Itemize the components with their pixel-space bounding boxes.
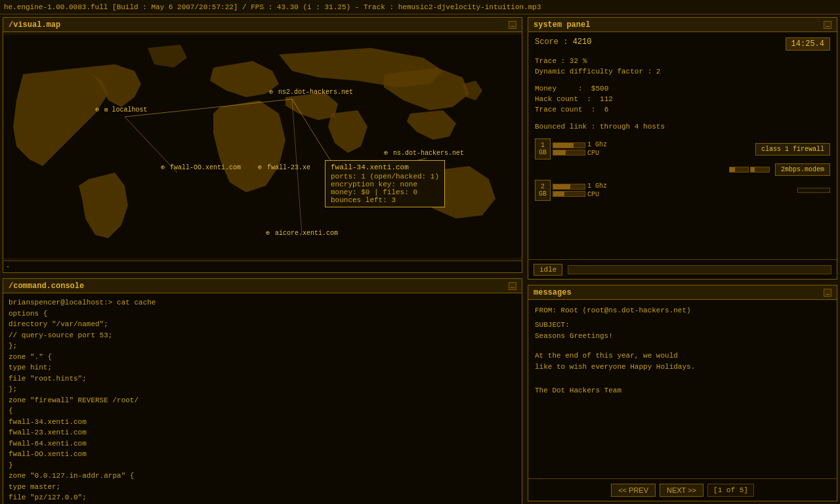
money-label: Money	[535, 85, 556, 93]
console-line-7: zone "." {	[9, 352, 516, 363]
hw-bar-1a	[553, 142, 585, 148]
visual-map-panel: /visual.map _	[3, 17, 522, 273]
trace-row: Trace : 32 %	[535, 57, 830, 65]
msg-body-1: At the end of this year, we would	[535, 350, 830, 362]
bounced-row: Bounced link : through 4 hosts	[535, 123, 830, 131]
trace-count-row: Trace count : 6	[535, 106, 830, 114]
console-line-4: directory "/var/named";	[9, 319, 516, 330]
console-line-14: fwall-23.xenti.com	[9, 427, 516, 438]
tooltip-encryption: encryption key: none	[331, 180, 439, 188]
node-tooltip: fwall-34.xenti.com ports: 1 (open/hacked…	[325, 160, 445, 207]
trace-value: 32 %	[570, 57, 587, 65]
score-label: Score :	[535, 37, 568, 47]
node-ns2[interactable]: ns2.dot-hackers.net	[269, 88, 353, 96]
visual-map-minimize[interactable]: _	[509, 21, 516, 29]
title-text: he.engine-1.00.0083.full [Build : May 6 …	[4, 3, 541, 11]
hw-gb1-box: 1GB	[535, 138, 551, 159]
console-line-20: file "pz/127.0.0";	[9, 492, 516, 503]
difficulty-row: Dynamic difficulty factor : 2	[535, 68, 830, 75]
left-column: /visual.map _	[0, 14, 525, 504]
system-panel-header: system panel _	[528, 18, 837, 32]
msg-body: At the end of this year, we would like t…	[535, 350, 830, 396]
money-value: $500	[591, 85, 608, 93]
hw-cpu2: 1 GhzCPU	[587, 182, 607, 199]
system-panel-minimize[interactable]: _	[824, 21, 831, 29]
status-idle-label: idle	[534, 264, 562, 276]
console-line-12: {	[9, 406, 516, 417]
title-bar: he.engine-1.00.0083.full [Build : May 6 …	[0, 0, 840, 14]
console-line-10: };	[9, 384, 516, 395]
system-panel-title: system panel	[534, 20, 590, 30]
money-row: Money : $500	[535, 85, 830, 93]
trace-count-value: 6	[604, 106, 609, 114]
console-title: /command.console	[9, 282, 84, 291]
hw-bars-3	[553, 184, 585, 197]
console-line-5: // query-source port 53;	[9, 330, 516, 341]
messages-content: FROM: Root (root@ns.dot-hackers.net) SUB…	[528, 300, 837, 478]
hw-label-empty	[797, 188, 830, 193]
time-display: 14:25.4	[786, 37, 830, 51]
hw-row-1: 1GB 1 GhzCPU class 1 firewall	[535, 138, 830, 159]
messages-footer: << PREV NEXT >> [1 of 5]	[528, 478, 837, 501]
node-localhost[interactable]: ⊠ localhost	[95, 106, 148, 114]
console-line-15: fwall-64.xenti.com	[9, 438, 516, 450]
hw-bar-2a	[729, 167, 749, 173]
console-line-18: zone "0.0.127.in-addr.arpa" {	[9, 471, 516, 482]
main-layout: /visual.map _	[0, 14, 840, 504]
node-aicore[interactable]: aicore.xenti.com	[266, 229, 338, 237]
msg-subject: SUBJECT: Seasons Greetings!	[535, 320, 830, 343]
score-display: Score : 4210	[535, 37, 591, 47]
console-line-8: type hint;	[9, 362, 516, 373]
map-bottom-label: -	[6, 263, 10, 270]
tooltip-money: money: $0 | files: 0	[331, 188, 439, 196]
map-bottom-bar: -	[3, 261, 522, 272]
console-line-11: zone "firewall" REVERSE /root/	[9, 395, 516, 406]
console-panel: /command.console _ brianspencer@localhos…	[3, 278, 522, 504]
score-row: Score : 4210 14:25.4	[535, 37, 830, 51]
hw-bar-3b	[553, 191, 585, 197]
trace-label: Trace :	[535, 57, 565, 65]
system-panel: system panel _ Score : 4210 14:25.4 Trac…	[528, 17, 837, 280]
visual-map-header: /visual.map _	[3, 18, 522, 32]
msg-body-3	[535, 373, 830, 385]
tooltip-bounces: bounces left: 3	[331, 196, 439, 204]
node-fwall00[interactable]: fwall-OO.xenti.com	[161, 163, 241, 171]
msg-signature: The Dot Hackers Team	[535, 385, 830, 397]
console-line-16: fwall-OO.xenti.com	[9, 449, 516, 460]
hardware-section: 1GB 1 GhzCPU class 1 firewall	[535, 138, 830, 201]
prev-button[interactable]: << PREV	[611, 484, 656, 497]
hw-label-modem: 2mbps.modem	[775, 163, 830, 176]
bounced-label: Bounced link : through 4 hosts	[535, 123, 665, 131]
hw-row-3: 2GB 1 GhzCPU	[535, 180, 830, 201]
messages-header: messages _	[528, 285, 837, 300]
node-ns-dh[interactable]: ns.dot-hackers.net	[384, 149, 464, 157]
console-line-1: brianspencer@localhost:> cat cache	[9, 297, 516, 308]
console-line-9: file "root.hints";	[9, 373, 516, 385]
node-fwall23[interactable]: fwall-23.xe	[258, 163, 310, 171]
console-line-6: };	[9, 341, 516, 352]
messages-title: messages	[534, 288, 572, 297]
map-content: ⊠ localhost ns2.dot-hackers.net fwall-OO…	[3, 32, 522, 261]
hw-gb2-box: 2GB	[535, 180, 551, 201]
next-button[interactable]: NEXT >>	[660, 484, 704, 497]
console-content[interactable]: brianspencer@localhost:> cat cache optio…	[3, 293, 522, 504]
hw-bars-1	[553, 142, 585, 156]
hw-bar-3a	[553, 184, 585, 190]
messages-minimize[interactable]: _	[824, 289, 831, 297]
trace-count-label: Trace count	[535, 106, 583, 114]
hw-cpu1: 1 GhzCPU	[587, 140, 607, 158]
status-progress-bar	[568, 265, 831, 274]
status-bar: idle	[528, 259, 837, 279]
console-line-19: type master;	[9, 482, 516, 493]
difficulty-label: Dynamic difficulty factor :	[535, 68, 652, 75]
console-minimize[interactable]: _	[509, 282, 516, 290]
difficulty-value: 2	[656, 68, 661, 75]
msg-subject-value: Seasons Greetings!	[535, 331, 830, 343]
score-value: 4210	[573, 37, 592, 47]
tooltip-title: fwall-34.xenti.com	[331, 163, 439, 171]
msg-from: FROM: Root (root@ns.dot-hackers.net)	[535, 305, 830, 317]
world-map-svg	[3, 32, 522, 261]
hw-bar-1b	[553, 150, 585, 156]
console-header: /command.console _	[3, 279, 522, 293]
console-line-3: options {	[9, 308, 516, 320]
